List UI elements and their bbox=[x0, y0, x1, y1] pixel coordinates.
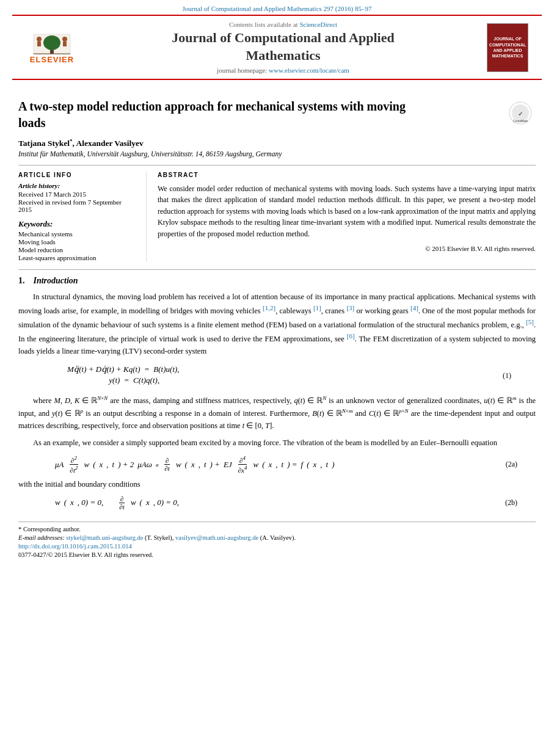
intro-paragraph-3: As an example, we consider a simply supp… bbox=[18, 437, 536, 449]
with-conditions-text: with the initial and boundary conditions bbox=[18, 480, 536, 489]
email-stykel[interactable]: stykel@math.uni-augsburg.de bbox=[66, 534, 143, 541]
ref-3[interactable]: [3] bbox=[346, 304, 354, 311]
article-info-abstract-section: Article Info Article history: Received 1… bbox=[18, 165, 536, 262]
abstract-label: Abstract bbox=[158, 172, 536, 178]
journal-cover-image: JOURNAL OF COMPUTATIONAL AND APPLIED MAT… bbox=[487, 23, 528, 72]
journal-cover: JOURNAL OF COMPUTATIONAL AND APPLIED MAT… bbox=[487, 23, 530, 72]
article-info-label: Article Info bbox=[18, 172, 135, 178]
keywords-section: Keywords: Mechanical systems Moving load… bbox=[18, 219, 135, 261]
authors: Tatjana Stykel*, Alexander Vasilyev bbox=[18, 137, 536, 148]
article-info-column: Article Info Article history: Received 1… bbox=[18, 172, 147, 262]
doi-link[interactable]: http://dx.doi.org/10.1016/j.cam.2015.11.… bbox=[18, 543, 132, 550]
revised-date: Received in revised form 7 September 201… bbox=[18, 198, 135, 213]
corresponding-author-note: * Corresponding author. bbox=[18, 526, 536, 532]
w-x0: w bbox=[55, 498, 60, 507]
boundary-equation-block: w(x, 0) = 0, ∂ ∂t w(x, 0) = 0, (2b) bbox=[55, 495, 517, 511]
svg-point-5 bbox=[62, 37, 67, 42]
keyword-2: Moving loads bbox=[18, 238, 135, 245]
eq-1b: y(t) = C(t)q(t), bbox=[67, 376, 180, 385]
ref-2[interactable]: [1] bbox=[313, 304, 321, 311]
email-label: E-mail addresses: bbox=[18, 534, 66, 541]
elsevier-tree-icon bbox=[31, 29, 73, 55]
doi-line: http://dx.doi.org/10.1016/j.cam.2015.11.… bbox=[18, 543, 536, 550]
keywords-label: Keywords: bbox=[18, 219, 135, 229]
svg-text:CrossMark: CrossMark bbox=[513, 119, 528, 123]
w-term-3: w bbox=[253, 460, 258, 470]
received-date: Received 17 March 2015 bbox=[18, 191, 135, 198]
fraction-d2dt2: ∂2 ∂t2 bbox=[68, 455, 79, 473]
banner-center: Contents lists available at ScienceDirec… bbox=[87, 21, 479, 74]
euler-equation-block: μA ∂2 ∂t2 w(x, t) + 2μAωa ∂ ∂t w(x, t) +… bbox=[55, 455, 517, 473]
sciencedirect-link[interactable]: ScienceDirect bbox=[299, 21, 337, 28]
page-wrapper: Journal of Computational and Applied Mat… bbox=[0, 0, 554, 756]
w-dx-0: w bbox=[131, 498, 136, 507]
introduction-section: 1. Introduction In structural dynamics, … bbox=[18, 276, 536, 511]
top-journal-reference: Journal of Computational and Applied Mat… bbox=[0, 0, 554, 15]
w-term-1: w bbox=[84, 460, 89, 470]
ref-1[interactable]: [1,2] bbox=[263, 304, 275, 311]
svg-rect-4 bbox=[37, 42, 41, 46]
fraction-d4dx4: ∂4 ∂x4 bbox=[237, 455, 249, 473]
fraction-partial: ∂ ∂t bbox=[118, 495, 126, 511]
section-title: Introduction bbox=[34, 276, 78, 285]
keyword-3: Model reduction bbox=[18, 246, 135, 253]
euler-equation-content: μA ∂2 ∂t2 w(x, t) + 2μAωa ∂ ∂t w(x, t) +… bbox=[55, 455, 334, 473]
svg-text:✓: ✓ bbox=[518, 111, 523, 117]
equation-1-number: (1) bbox=[503, 371, 511, 380]
equation-1-content: Mq̈(t) + Dq̇(t) + Kq(t) = B(t)u(t), y(t)… bbox=[67, 365, 180, 387]
history-label: Article history: bbox=[18, 182, 135, 189]
elsevier-logo-section: ELSEVIER bbox=[24, 29, 79, 66]
mu-symbol: μA bbox=[55, 460, 64, 470]
journal-banner: ELSEVIER Contents lists available at Sci… bbox=[12, 15, 542, 80]
main-content: A two-step model reduction approach for … bbox=[0, 80, 554, 572]
homepage-link[interactable]: www.elsevier.com/locate/cam bbox=[269, 67, 349, 74]
sciencedirect-line: Contents lists available at ScienceDirec… bbox=[87, 21, 479, 28]
svg-rect-6 bbox=[63, 42, 67, 46]
w-term-2: w bbox=[176, 460, 181, 470]
euler-equation-number: (2a) bbox=[506, 460, 517, 469]
abstract-text: We consider model order reduction of mec… bbox=[158, 183, 536, 240]
article-title-section: A two-step model reduction approach for … bbox=[18, 98, 536, 131]
article-title: A two-step model reduction approach for … bbox=[18, 98, 434, 131]
stykel-name: (T. Stykel), bbox=[145, 534, 175, 541]
elsevier-logo: ELSEVIER bbox=[24, 29, 79, 66]
intro-paragraph-1: In structural dynamics, the moving load … bbox=[18, 291, 536, 357]
vasilyev-name: (A. Vasilyev). bbox=[260, 534, 296, 541]
journal-title-banner: Journal of Computational and AppliedMath… bbox=[87, 29, 479, 64]
keyword-1: Mechanical systems bbox=[18, 230, 135, 238]
article-history: Article history: Received 17 March 2015 … bbox=[18, 182, 135, 213]
section-number: 1. bbox=[18, 276, 25, 285]
fraction-ddt: ∂ ∂t bbox=[163, 457, 171, 472]
keyword-4: Least-squares approximation bbox=[18, 254, 135, 261]
crossmark-badge[interactable]: ✓ CrossMark bbox=[505, 101, 536, 125]
ref-5[interactable]: [5] bbox=[526, 318, 534, 325]
boundary-equation-content: w(x, 0) = 0, ∂ ∂t w(x, 0) = 0, bbox=[55, 495, 179, 511]
equation-1-block: Mq̈(t) + Dq̇(t) + Kq(t) = B(t)u(t), y(t)… bbox=[67, 365, 511, 387]
boundary-equation-number: (2b) bbox=[505, 498, 517, 507]
ref-6[interactable]: [6] bbox=[347, 332, 355, 340]
svg-point-2 bbox=[43, 35, 60, 50]
abstract-column: Abstract We consider model order reducti… bbox=[147, 172, 536, 262]
ref-4[interactable]: [4] bbox=[410, 304, 418, 311]
section-heading: 1. Introduction bbox=[18, 276, 536, 286]
svg-point-3 bbox=[37, 37, 42, 42]
copyright-line: © 2015 Elsevier B.V. All rights reserved… bbox=[158, 245, 536, 252]
email-line: E-mail addresses: stykel@math.uni-augsbu… bbox=[18, 534, 536, 541]
journal-ref-text: Journal of Computational and Applied Mat… bbox=[183, 5, 372, 12]
email-vasilyev[interactable]: vasilyev@math.uni-augsburg.de bbox=[175, 534, 258, 541]
footnote-section: * Corresponding author. E-mail addresses… bbox=[18, 522, 536, 558]
section-divider bbox=[18, 269, 536, 270]
author-names: Tatjana Stykel*, Alexander Vasilyev bbox=[18, 139, 144, 148]
issn-line: 0377-0427/© 2015 Elsevier B.V. All right… bbox=[18, 551, 536, 558]
crossmark-icon: ✓ CrossMark bbox=[508, 101, 533, 125]
journal-homepage: journal homepage: www.elsevier.com/locat… bbox=[87, 67, 479, 74]
eq-1a: Mq̈(t) + Dq̇(t) + Kq(t) = B(t)u(t), bbox=[67, 365, 180, 374]
elsevier-wordmark: ELSEVIER bbox=[30, 55, 74, 64]
intro-paragraph-2: where M, D, K ∈ ℝN×N are the mass, dampi… bbox=[18, 394, 536, 432]
affiliation: Institut für Mathematik, Universität Aug… bbox=[18, 150, 536, 158]
journal-cover-text: JOURNAL OF COMPUTATIONAL AND APPLIED MAT… bbox=[487, 34, 528, 60]
